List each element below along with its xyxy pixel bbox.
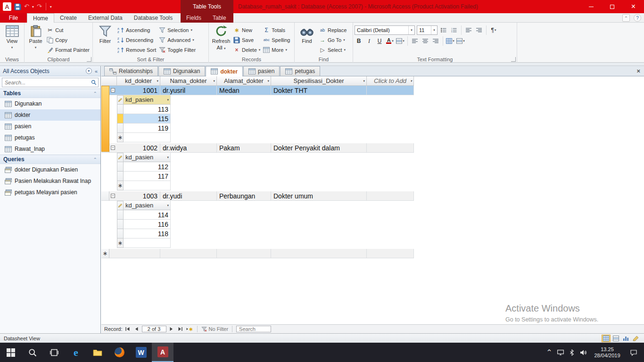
taskbar-clock[interactable]: 13.25 28/04/2019 <box>589 346 626 359</box>
taskbar-access-button[interactable]: A <box>152 343 173 362</box>
table-row[interactable]: − 1003 dr.yudi Perbaungan Dokter umum <box>101 191 644 201</box>
sub-record-selector-current[interactable] <box>117 114 124 123</box>
dialog-launcher-icon[interactable] <box>511 57 516 62</box>
cell-kd-pasien[interactable]: 117 <box>124 172 171 181</box>
column-header-nama-dokter[interactable]: Nama_dokter▾ <box>160 76 217 86</box>
go-to-button[interactable]: →Go To▾ <box>318 35 348 44</box>
chevron-down-icon[interactable]: ▾ <box>267 79 269 83</box>
select-button[interactable]: ▷Select▾ <box>318 45 348 54</box>
chevron-down-icon[interactable]: ▾ <box>157 79 158 83</box>
cell-kd-dokter[interactable]: 1003 <box>117 191 160 201</box>
spelling-button[interactable]: abcSpelling <box>262 35 291 44</box>
tab-file[interactable]: File <box>0 13 27 23</box>
column-header-spesilisasi-dokter[interactable]: Spesilisasi_Dokter▾ <box>271 76 367 86</box>
minimize-button[interactable] <box>580 0 602 13</box>
descending-button[interactable]: Descending <box>116 35 157 44</box>
sidebar-item-petugas[interactable]: petugas <box>0 132 100 143</box>
chevron-down-icon[interactable]: ▾ <box>167 204 169 207</box>
bold-button[interactable]: B <box>355 37 363 45</box>
text-direction-button[interactable]: ¶▾ <box>489 26 498 34</box>
cell-new[interactable] <box>117 249 160 258</box>
numbering-button[interactable] <box>450 26 458 34</box>
cell-click-to-add[interactable] <box>367 86 414 95</box>
collapse-toggle[interactable]: − <box>109 143 117 153</box>
selection-button[interactable]: Selection▾ <box>157 25 197 34</box>
last-record-button[interactable] <box>177 326 184 332</box>
doc-tab-digunakan[interactable]: Digunakan <box>158 66 205 76</box>
column-header-kd-dokter[interactable]: kd_dokter▾ <box>117 76 160 86</box>
chevron-down-icon[interactable]: ▾ <box>213 79 215 83</box>
replace-button[interactable]: abReplace <box>318 25 348 34</box>
minimize-ribbon-icon[interactable]: ⌃ <box>622 14 630 22</box>
column-header-click-to-add[interactable]: Click to Add▾ <box>367 76 414 86</box>
copy-button[interactable]: Copy <box>45 35 91 44</box>
sub-new-row[interactable]: ∗ <box>117 181 171 190</box>
filter-status[interactable]: No Filter <box>201 326 229 332</box>
dialog-launcher-icon[interactable] <box>87 57 91 62</box>
help-icon[interactable]: ? <box>634 14 641 22</box>
sub-row[interactable]: 119 <box>117 123 171 133</box>
cell-new[interactable] <box>367 249 414 258</box>
totals-button[interactable]: ΣTotals <box>262 25 291 34</box>
nav-search-box[interactable] <box>2 78 99 87</box>
save-record-button[interactable]: Save <box>232 35 262 44</box>
pivotchart-view-button[interactable] <box>621 335 630 342</box>
cell-spesilisasi-dokter[interactable]: Dokter THT <box>271 86 367 95</box>
more-button[interactable]: More▾ <box>262 45 291 54</box>
cell-kd-dokter[interactable]: 1002 <box>117 143 160 153</box>
sidebar-item-query-pasien-rawat-inap[interactable]: Pasien Melakukan Rawat Inap <box>0 175 100 187</box>
search-input[interactable] <box>4 79 91 86</box>
sub-new-row[interactable]: ∗ <box>117 133 171 142</box>
design-view-button[interactable] <box>631 335 640 342</box>
format-painter-button[interactable]: Format Painter <box>45 45 91 54</box>
record-search-input[interactable] <box>238 326 269 332</box>
doc-tab-relationships[interactable]: Relationships <box>104 66 158 76</box>
cell-kd-pasien[interactable]: 112 <box>124 162 171 172</box>
align-right-button[interactable] <box>431 37 440 45</box>
advanced-button[interactable]: Advanced▾ <box>157 35 197 44</box>
font-size-combo[interactable]: 11▾ <box>417 25 438 35</box>
doc-tab-dokter[interactable]: dokter <box>206 66 243 76</box>
cell-kd-pasien[interactable]: 118 <box>124 229 171 239</box>
taskbar-word-button[interactable]: W <box>130 343 152 362</box>
new-record-icon[interactable]: ∗ <box>117 133 124 142</box>
close-document-icon[interactable]: × <box>636 67 640 74</box>
sub-row[interactable]: 118 <box>117 229 171 239</box>
chevron-down-icon[interactable]: ▾ <box>167 98 169 102</box>
taskbar-search-button[interactable] <box>22 343 43 362</box>
font-color-button[interactable]: A▾ <box>386 37 394 45</box>
cut-button[interactable]: ✂Cut <box>45 25 91 34</box>
sidebar-item-query-dokter-digunakan[interactable]: dokter Digunakan Pasien <box>0 164 100 175</box>
new-record-icon[interactable]: ∗ <box>101 249 109 258</box>
sub-column-header-kd-pasien[interactable]: kd_pasien▾ <box>124 95 171 105</box>
sub-record-selector[interactable] <box>117 229 124 239</box>
cell-alamat-dokter[interactable]: Perbaungan <box>217 191 271 201</box>
nav-pane-header[interactable]: All Access Objects ▾ « <box>0 66 100 76</box>
sidebar-item-digunakan[interactable]: Digunakan <box>0 98 100 109</box>
cell-alamat-dokter[interactable]: Medan <box>217 86 271 95</box>
column-header-alamat-dokter[interactable]: Alamat_dokter▾ <box>217 76 271 86</box>
view-button[interactable]: View ▾ <box>1 24 23 55</box>
doc-tab-pasien[interactable]: pasien <box>243 66 280 76</box>
cell-nama-dokter[interactable]: dr.yusril <box>160 86 217 95</box>
refresh-all-button[interactable]: Refresh All ▾ <box>210 24 232 55</box>
sub-record-selector[interactable] <box>117 105 124 114</box>
collapse-toggle[interactable]: − <box>109 86 117 95</box>
shutter-bar-icon[interactable]: « <box>95 68 98 74</box>
cell-spesilisasi-dokter[interactable]: Dokter umum <box>271 191 367 201</box>
underline-button[interactable]: U <box>375 37 384 45</box>
align-center-button[interactable] <box>421 37 429 45</box>
cell-nama-dokter[interactable]: dr.yudi <box>160 191 217 201</box>
sub-row[interactable]: 112 <box>117 162 171 172</box>
cell-kd-pasien-new[interactable] <box>124 181 171 190</box>
sub-row[interactable]: 114 <box>117 210 171 220</box>
sub-record-selector[interactable] <box>117 123 124 133</box>
cell-kd-pasien[interactable]: 119 <box>124 123 171 133</box>
paste-button[interactable]: Paste ▾ <box>26 24 45 55</box>
taskbar-edge-button[interactable]: e <box>65 343 87 362</box>
sub-row[interactable]: 116 <box>117 220 171 229</box>
sidebar-item-query-petugas-melayani[interactable]: petugas Melayani pasien <box>0 187 100 198</box>
record-position-box[interactable]: 2 of 3 <box>142 326 166 332</box>
ascending-button[interactable]: Ascending <box>116 25 157 34</box>
new-blank-record-button[interactable]: ∗ <box>186 326 193 332</box>
